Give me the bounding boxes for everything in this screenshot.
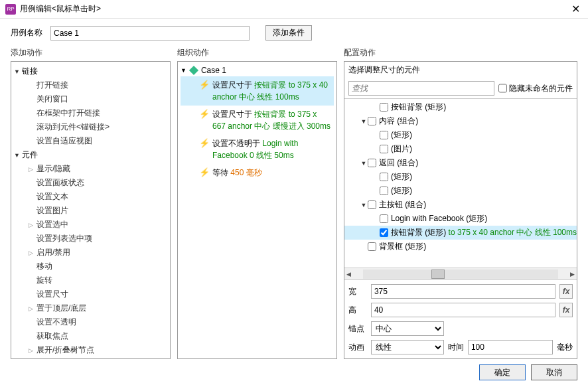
config-head-label: 选择调整尺寸的元件 <box>344 62 577 78</box>
tree-item-label: 设置图片 <box>37 205 68 216</box>
tree-item[interactable]: 打开链接 <box>29 78 167 92</box>
tree-item-label: 设置不透明 <box>37 317 76 328</box>
anim-select[interactable]: 线性 <box>371 340 444 354</box>
tree-item-label: 设置自适应视图 <box>37 135 92 147</box>
config-action-title: 配置动作 <box>344 47 577 58</box>
height-fx-button[interactable]: fx <box>559 303 573 317</box>
tree-item[interactable]: 显示/隐藏 <box>29 162 167 176</box>
close-icon[interactable]: ✕ <box>569 3 583 15</box>
widget-label: (矩形) <box>391 129 412 141</box>
widget-row[interactable]: 返回 (组合) <box>344 156 577 170</box>
tree-category[interactable]: 链接 <box>14 64 167 78</box>
action-row[interactable]: ⚡设置尺寸于 按钮背景 to 375 x 40 anchor 中心 线性 100… <box>181 76 334 106</box>
action-text: 设置尺寸于 按钮背景 to 375 x 667 anchor 中心 缓慢进入 3… <box>212 108 331 132</box>
widget-checkbox[interactable] <box>380 145 388 153</box>
search-input[interactable] <box>348 81 494 96</box>
action-tree[interactable]: 链接打开链接关闭窗口在框架中打开链接滚动到元件<锚链接>设置自适应视图元件显示/… <box>11 62 170 358</box>
horizontal-scrollbar[interactable]: ◀ ▶ <box>344 268 577 279</box>
config-action-column: 配置动作 选择调整尺寸的元件 隐藏未命名的元件 按钮背景 (矩形)内容 (组合)… <box>344 47 577 359</box>
hide-unnamed-label: 隐藏未命名的元件 <box>509 83 573 94</box>
scroll-right-arrow-icon[interactable]: ▶ <box>567 271 577 277</box>
anchor-select[interactable]: 中心 <box>371 321 444 336</box>
tree-item-label: 滚动到元件<锚链接> <box>37 121 110 133</box>
widget-label: Login with Facebook (矩形) <box>391 213 487 224</box>
cancel-button[interactable]: 取消 <box>531 364 577 380</box>
widget-checkbox[interactable] <box>380 228 388 237</box>
action-row[interactable]: ⚡设置尺寸于 按钮背景 to 375 x 667 anchor 中心 缓慢进入 … <box>181 106 334 135</box>
widget-row[interactable]: (矩形) <box>344 184 577 198</box>
tree-item[interactable]: 设置列表选中项 <box>29 232 167 246</box>
widget-row[interactable]: (矩形) <box>344 128 577 142</box>
widget-checkbox[interactable] <box>368 117 376 125</box>
tree-item[interactable]: 设置面板状态 <box>29 176 167 190</box>
expand-icon <box>29 305 35 312</box>
widget-label: 背景框 (矩形) <box>379 241 426 252</box>
widget-checkbox[interactable] <box>380 173 388 181</box>
width-input[interactable] <box>371 284 555 299</box>
tree-item-label: 获取焦点 <box>37 331 68 342</box>
tree-item-label: 关闭窗口 <box>37 94 68 105</box>
tree-item[interactable]: 在框架中打开链接 <box>29 106 167 120</box>
case-name-row: 用例名称 添加条件 <box>0 19 588 47</box>
expand-icon <box>29 347 35 354</box>
organize-action-title: 组织动作 <box>177 47 337 58</box>
widget-label: 内容 (组合) <box>379 116 418 127</box>
widget-checkbox[interactable] <box>380 214 388 223</box>
tree-category[interactable]: 元件 <box>14 148 167 162</box>
tree-item[interactable]: 关闭窗口 <box>29 92 167 106</box>
window-title: 用例编辑<鼠标单击时> <box>20 3 569 15</box>
tree-item[interactable]: 旋转 <box>29 273 167 287</box>
expand-icon <box>29 222 35 228</box>
tree-item[interactable]: 设置选中 <box>29 218 167 232</box>
action-row[interactable]: ⚡设置不透明于 Login with Facebook 0 线性 50ms <box>181 135 334 164</box>
widget-row[interactable]: 主按钮 (组合) <box>344 198 577 212</box>
tree-item[interactable]: 设置图片 <box>29 204 167 218</box>
tree-item-label: 在框架中打开链接 <box>37 108 100 119</box>
tree-item[interactable]: 置于顶层/底层 <box>29 301 167 315</box>
scroll-left-arrow-icon[interactable]: ◀ <box>344 271 354 277</box>
hide-unnamed-checkbox[interactable]: 隐藏未命名的元件 <box>498 81 573 96</box>
widget-checkbox[interactable] <box>368 159 376 167</box>
widget-row[interactable]: (矩形) <box>344 170 577 184</box>
widget-row[interactable]: 按钮背景 (矩形) <box>344 100 577 114</box>
tree-item[interactable]: 设置尺寸 <box>29 287 167 301</box>
tree-item[interactable]: 设置文本 <box>29 190 167 204</box>
hide-unnamed-cb[interactable] <box>498 81 507 96</box>
action-row[interactable]: ⚡等待 450 毫秒 <box>181 164 334 181</box>
tree-item-label: 设置选中 <box>37 219 68 230</box>
tree-item[interactable]: 设置不透明 <box>29 315 167 329</box>
widget-row[interactable]: (图片) <box>344 142 577 156</box>
tree-item[interactable]: 启用/禁用 <box>29 246 167 260</box>
tree-item[interactable]: 滚动到元件<锚链接> <box>29 120 167 134</box>
case-name-input[interactable] <box>50 26 250 40</box>
tree-item[interactable]: 设置自适应视图 <box>29 134 167 148</box>
anim-label: 动画 <box>348 342 367 353</box>
widget-checkbox[interactable] <box>368 200 376 209</box>
add-condition-button[interactable]: 添加条件 <box>265 25 312 40</box>
triangle-icon <box>14 152 21 159</box>
widget-row[interactable]: 按钮背景 (矩形) to 375 x 40 anchor 中心 线性 100ms <box>344 226 577 240</box>
scroll-thumb[interactable] <box>431 270 445 279</box>
titlebar: RP 用例编辑<鼠标单击时> ✕ <box>0 0 588 19</box>
time-input[interactable] <box>468 340 553 354</box>
case-diamond-icon <box>189 66 198 75</box>
widget-row[interactable]: 背景框 (矩形) <box>344 240 577 254</box>
organize-action-column: 组织动作 ▼Case 1⚡设置尺寸于 按钮背景 to 375 x 40 anch… <box>177 47 337 359</box>
widget-tree[interactable]: 按钮背景 (矩形)内容 (组合)(矩形)(图片)返回 (组合)(矩形)(矩形)主… <box>344 98 577 268</box>
tree-item[interactable]: 展开/折叠树节点 <box>29 343 167 357</box>
height-input[interactable] <box>371 303 555 317</box>
widget-checkbox[interactable] <box>380 187 388 195</box>
widget-checkbox[interactable] <box>380 131 388 139</box>
widget-checkbox[interactable] <box>368 242 376 251</box>
widget-checkbox[interactable] <box>380 103 388 112</box>
tree-item-label: 设置列表选中项 <box>37 233 92 244</box>
category-label: 元件 <box>22 149 38 161</box>
width-fx-button[interactable]: fx <box>559 284 573 299</box>
widget-row[interactable]: Login with Facebook (矩形) <box>344 212 577 226</box>
ok-button[interactable]: 确定 <box>479 364 526 380</box>
tree-item[interactable]: 获取焦点 <box>29 329 167 343</box>
tree-item[interactable]: 移动 <box>29 260 167 273</box>
scroll-track[interactable] <box>363 270 558 279</box>
widget-row[interactable]: 内容 (组合) <box>344 114 577 128</box>
case-header[interactable]: ▼Case 1 <box>181 64 334 76</box>
